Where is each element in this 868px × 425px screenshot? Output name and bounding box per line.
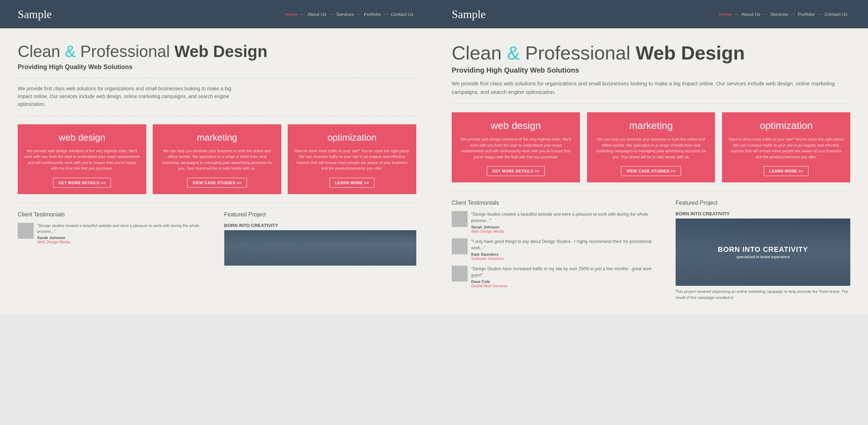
right-hero-title: Clean & Professional Web Design — [452, 42, 850, 63]
right-card-text-marketing: We can help you promote your business in… — [593, 136, 709, 160]
left-city-overlay — [224, 230, 417, 266]
right-featured-desc: This project involved organizing an onli… — [676, 289, 850, 300]
right-testimonial-2-company: Software Solutions — [471, 256, 661, 261]
right-city-overlay: BORN INTO CREATIVITY specialized in bran… — [676, 219, 850, 286]
nav-sep-4: — — [384, 12, 388, 17]
left-nav-about[interactable]: About Us — [305, 12, 329, 17]
left-card-btn-marketing[interactable]: VIEW CASE STUDIES >> — [187, 178, 247, 188]
left-card-title-marketing: marketing — [159, 132, 275, 143]
right-nav-portfolio[interactable]: Portfolio — [795, 12, 818, 17]
left-card-btn-optimization[interactable]: LEARN MORE >> — [329, 178, 374, 188]
right-testimonial-3-content: "Design Studios have increased traffic t… — [471, 266, 661, 288]
left-hero-description: We provide first class web solutions for… — [18, 85, 237, 108]
nav-sep-3: — — [357, 12, 361, 17]
left-avatar-1 — [18, 223, 34, 239]
right-featured-title: Featured Project — [676, 200, 850, 206]
left-nav-contact[interactable]: Contact Us — [388, 12, 416, 17]
left-featured-image — [224, 230, 417, 266]
right-card-btn-webdesign[interactable]: GET MORE DETAILS >> — [487, 166, 545, 176]
left-card-text-optimization: Want to drive more traffic to your site?… — [294, 148, 410, 171]
right-card-btn-optimization[interactable]: LEARN MORE >> — [764, 166, 808, 176]
right-testimonial-1-company: Web Design Media — [471, 229, 661, 233]
right-testimonial-3-quote: "Design Studios have increased traffic t… — [471, 266, 661, 278]
right-service-card-webdesign: web design We provide web design solutio… — [452, 112, 580, 182]
left-panel: Sample Home — About Us — Services — Port… — [0, 0, 434, 314]
right-service-card-marketing: marketing We can help you promote your b… — [587, 112, 715, 182]
left-nav: Home — About Us — Services — Portfolio —… — [282, 12, 416, 17]
left-divider-1 — [18, 78, 416, 78]
right-testimonial-1: "Design studios created a beautiful webs… — [452, 211, 661, 233]
left-nav-home[interactable]: Home — [282, 12, 300, 17]
right-service-cards: web design We provide web design solutio… — [452, 112, 850, 182]
right-featured-project-title: BORN INTO CREATIVITY — [676, 211, 850, 216]
right-card-title-marketing: marketing — [593, 120, 709, 131]
right-nav-sep-3: — — [791, 12, 795, 17]
left-bottom-sections: Client Testimonials "Design studios crea… — [18, 211, 416, 266]
right-testimonial-1-content: "Design studios created a beautiful webs… — [471, 211, 661, 233]
right-testimonial-3-company: Global Web Services — [471, 284, 661, 288]
right-testimonials: Client Testimonials "Design studios crea… — [452, 200, 661, 300]
right-card-btn-marketing[interactable]: VIEW CASE STUDIES >> — [621, 166, 681, 176]
right-title-webdesign: Web Design — [636, 42, 745, 63]
right-testimonial-2-content: "I only have good things to say about De… — [471, 238, 661, 261]
left-hero-subtitle: Providing High Quality Web Solutions — [18, 63, 416, 71]
right-testimonial-2: "I only have good things to say about De… — [452, 238, 661, 261]
right-nav: Home — About Us — Services — Portfolio —… — [716, 12, 850, 17]
right-testimonial-1-name: Sarah Johnson — [471, 225, 661, 229]
left-logo: Sample — [18, 8, 52, 21]
left-testimonial-1-company: Web Design Media — [37, 240, 210, 244]
right-avatar-1 — [452, 211, 468, 227]
right-nav-about[interactable]: About Us — [739, 12, 763, 17]
right-hero-description: We provide first class web solutions for… — [452, 79, 850, 96]
left-service-card-webdesign: web design We provide web design solutio… — [18, 124, 146, 194]
left-testimonials-title: Client Testimonials — [18, 211, 210, 218]
right-hero-subtitle: Providing High Quality Web Solutions — [452, 66, 850, 74]
left-testimonials: Client Testimonials "Design studios crea… — [18, 211, 210, 266]
left-card-title-webdesign: web design — [24, 132, 140, 143]
left-service-card-marketing: marketing We can help you promote your b… — [153, 124, 281, 194]
right-main: Clean & Professional Web Design Providin… — [434, 28, 868, 314]
right-avatar-3 — [452, 266, 468, 282]
right-header: Sample Home — About Us — Services — Port… — [434, 0, 868, 28]
left-card-text-marketing: We can help you promote your business in… — [159, 148, 275, 171]
left-nav-services[interactable]: Services — [333, 12, 357, 17]
right-testimonial-2-quote: "I only have good things to say about De… — [471, 238, 661, 251]
right-nav-home[interactable]: Home — [716, 12, 734, 17]
left-title-clean: Clean — [18, 42, 65, 61]
left-divider-3 — [18, 203, 416, 203]
left-card-btn-webdesign[interactable]: GET MORE DETAILS >> — [53, 178, 111, 188]
right-overlay-title: BORN INTO CREATIVITY — [718, 245, 808, 254]
left-featured: Featured Project BORN INTO CREATIVITY — [224, 211, 417, 266]
page-container: Sample Home — About Us — Services — Port… — [0, 0, 868, 314]
left-card-title-optimization: optimization — [294, 132, 410, 143]
right-title-professional: Professional — [520, 42, 636, 63]
left-card-text-webdesign: We provide web design solutions of the v… — [24, 148, 140, 171]
right-divider-1 — [452, 103, 850, 104]
right-panel: Sample Home — About Us — Services — Port… — [434, 0, 868, 314]
right-testimonial-1-quote: "Design studios created a beautiful webs… — [471, 211, 661, 224]
left-featured-project-title: BORN INTO CREATIVITY — [224, 223, 417, 228]
left-main: Clean & Professional Web Design Providin… — [0, 28, 434, 280]
right-card-title-webdesign: web design — [458, 120, 574, 131]
left-service-card-optimization: optimization Want to drive more traffic … — [288, 124, 416, 194]
right-featured-image: BORN INTO CREATIVITY specialized in bran… — [676, 219, 850, 286]
right-nav-services[interactable]: Services — [767, 12, 791, 17]
right-nav-contact[interactable]: Contact Us — [822, 12, 850, 17]
left-testimonial-1-content: "Design studios created a beautiful webs… — [37, 223, 210, 244]
right-nav-sep-4: — — [818, 12, 822, 17]
left-title-professional: Professional — [76, 42, 175, 61]
right-service-card-optimization: optimization Want to drive more traffic … — [722, 112, 850, 182]
right-testimonial-3-name: Dave Cole — [471, 279, 661, 284]
left-testimonial-1: "Design studios created a beautiful webs… — [18, 223, 210, 244]
left-header: Sample Home — About Us — Services — Port… — [0, 0, 434, 28]
left-divider-2 — [18, 115, 416, 116]
right-testimonial-2-name: Kate Saunders — [471, 252, 661, 256]
left-nav-portfolio[interactable]: Portfolio — [361, 12, 384, 17]
right-card-text-optimization: Want to drive more traffic to your site?… — [728, 136, 844, 160]
left-service-cards: web design We provide web design solutio… — [18, 124, 416, 194]
left-featured-title: Featured Project — [224, 211, 417, 218]
right-card-title-optimization: optimization — [728, 120, 844, 131]
right-nav-sep-1: — — [734, 12, 739, 17]
left-testimonial-1-name: Sarah Johnson — [37, 236, 210, 240]
left-testimonial-1-quote: "Design studios created a beautiful webs… — [37, 223, 210, 234]
